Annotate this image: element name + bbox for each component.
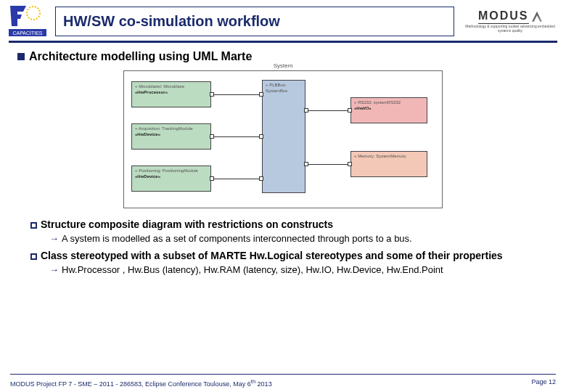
diagram-box-rs232: + RS232: systemRS232 «HwI/O» xyxy=(350,97,427,123)
sub-bullet-system: →A system is modelled as a set of compon… xyxy=(49,233,549,244)
uml-diagram: System + MicroblazeI: Microblaze «HwProc… xyxy=(123,70,443,208)
connector xyxy=(308,164,348,165)
fp7-caption: CAPACITIES xyxy=(12,30,42,36)
connector xyxy=(308,110,348,111)
connector xyxy=(214,94,259,95)
sub-bullet-stereotypes: →Hw.Processor , Hw.Bus (latency), Hw.RAM… xyxy=(49,264,549,275)
port-icon xyxy=(259,92,263,97)
page-title: HW/SW co-simulation workflow xyxy=(55,7,454,36)
arrow-icon: → xyxy=(49,233,59,244)
footer-left: MODUS Project FP 7 - SME – 2011 - 286583… xyxy=(10,378,272,388)
diagram-box-microblaze: + MicroblazeI: Microblaze «HwProcessor» xyxy=(131,81,211,107)
bullet-class: Class stereotyped with a subset of MARTE… xyxy=(30,250,549,275)
bullet-class-text: Class stereotyped with a subset of MARTE… xyxy=(41,250,503,261)
footer: MODUS Project FP 7 - SME – 2011 - 286583… xyxy=(10,378,556,388)
port-icon xyxy=(259,134,263,139)
bullet-structure-text: Structure composite diagram with restric… xyxy=(41,219,333,230)
footer-page: Page 12 xyxy=(531,378,556,388)
port-icon xyxy=(259,176,263,181)
diagram-box-positioning: + Positioning: PositioningModule «HwDevi… xyxy=(131,166,211,192)
hollow-square-bullet-icon xyxy=(30,222,37,229)
hollow-square-bullet-icon xyxy=(30,253,37,260)
port-icon xyxy=(348,162,352,166)
port-icon xyxy=(348,108,352,113)
modus-logo-subtitle: Methodology & supporting toolset advanci… xyxy=(463,25,557,33)
diagram-title: System xyxy=(271,62,295,69)
diagram-box-acquisition: + Acquisition: TrackingModule «HwDevice» xyxy=(131,123,211,150)
section-heading: Architecture modelling using UML Marte xyxy=(17,50,549,63)
fp7-logo: CAPACITIES xyxy=(9,4,46,38)
square-bullet-icon xyxy=(17,53,25,60)
footer-rule xyxy=(10,374,556,375)
connector xyxy=(214,179,259,179)
svg-point-0 xyxy=(27,7,40,20)
diagram-box-memory: + Memory: SystemMemory xyxy=(350,151,427,177)
header-rule xyxy=(9,41,557,43)
bullet-structure: Structure composite diagram with restric… xyxy=(30,219,549,244)
modus-logo-text: MODUS xyxy=(478,9,529,24)
section-heading-text: Architecture modelling using UML Marte xyxy=(29,50,252,62)
modus-logo: MODUS Methodology & supporting toolset a… xyxy=(463,9,557,33)
arrow-icon: → xyxy=(49,264,59,275)
modus-logo-icon xyxy=(532,12,542,22)
diagram-box-bus: + PLBBus: SystemBus xyxy=(262,80,305,193)
connector xyxy=(214,136,259,137)
